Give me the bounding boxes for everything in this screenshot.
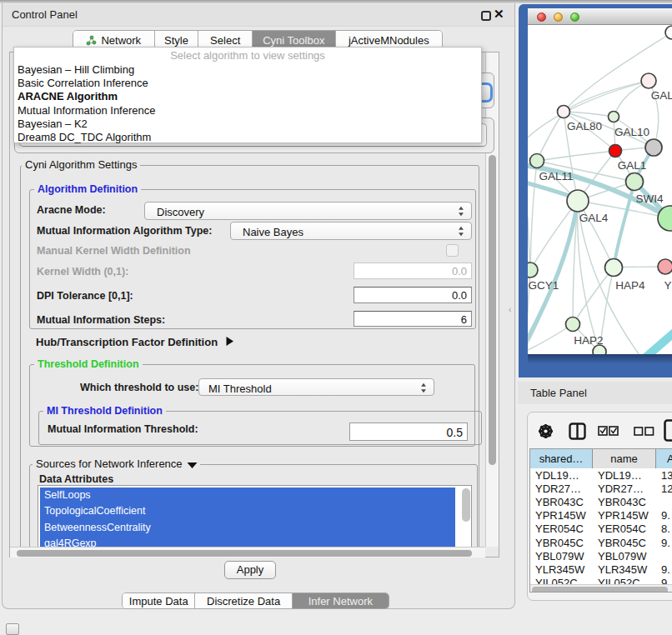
table-cell[interactable]: YLR345W [598,563,656,577]
document-icon[interactable] [664,419,672,442]
scrollbar-thumb[interactable] [489,155,496,465]
manual-kernel-width-checkbox[interactable] [446,244,459,257]
dropdown-prompt: Select algorithm to view settings [14,49,481,62]
table-cell[interactable]: YDL19… [598,469,656,482]
table-cell[interactable]: 9. [661,537,672,550]
table-cell[interactable]: YBR043C [535,496,593,509]
network-node-HAP4[interactable] [605,259,623,277]
mi-steps-field[interactable]: 6 [354,311,472,327]
gear-icon[interactable] [538,423,554,439]
which-threshold-select[interactable]: MI Threshold [198,378,434,396]
table-row[interactable]: YER054CYER054C8. [530,522,672,536]
network-canvas[interactable]: GAL2GAL80GAL10GAL1GAL11SWI4GAL4GCY1HAP4Y… [528,25,672,354]
table-cell[interactable]: YBR043C [598,496,656,509]
table-row[interactable]: YBR045CYBR045C9. [530,537,672,550]
table-cell[interactable]: YER054C [535,522,593,536]
column-header-shared-name[interactable]: shared… [530,449,593,468]
list-item-selected[interactable]: gal4RGexp [40,536,455,547]
network-node-SWI4[interactable] [626,173,644,191]
table-cell[interactable]: 8. [661,522,672,536]
table-cell[interactable]: YER054C [598,522,656,536]
table-cell[interactable]: YBR045C [598,537,656,550]
algorithm-definition-title: Algorithm Definition [34,183,141,195]
network-node-GAL80[interactable] [558,106,570,118]
table-row[interactable]: YDL19…YDL19…13 [530,469,672,482]
dropdown-item[interactable]: Bayesian – Hill Climbing [18,63,134,76]
dpi-tolerance-field[interactable]: 0.0 [354,287,472,303]
list-item-selected[interactable]: BetweennessCentrality [40,520,455,536]
network-edge [537,112,564,161]
panel-horizontal-scrollbar[interactable] [10,547,485,558]
apply-button[interactable]: Apply [224,561,276,579]
close-window-icon[interactable] [537,12,546,22]
column-header-name[interactable]: name [593,449,656,468]
network-node-n-top[interactable] [665,26,672,39]
dropdown-item[interactable]: Dream8 DC_TDC Algorithm [18,131,151,143]
table-cell[interactable]: YDL19… [535,469,593,482]
expanded-arrow-icon[interactable] [184,462,200,469]
table-cell[interactable]: YLR345W [535,563,593,577]
minimize-window-icon[interactable] [554,12,563,22]
dropdown-item[interactable]: Bayesian – K2 [18,118,88,130]
data-attributes-list[interactable]: SelfLoops TopologicalCoefficient Between… [38,485,472,547]
dropdown-item[interactable]: Mutual Information Inference [18,104,155,117]
tab-network-label: Network [101,34,141,47]
mi-algorithm-type-select[interactable]: Naive Bayes [230,222,472,240]
float-window-icon[interactable] [481,11,491,21]
network-node-GAL10[interactable] [609,112,619,122]
network-node-HAP2[interactable] [566,318,580,332]
table-cell[interactable]: YPR145W [535,509,593,522]
table-panel-title: Table Panel [530,387,587,399]
table-cell[interactable]: YBL079W [535,550,593,563]
split-divider-collapse-icon[interactable]: ‹ [509,305,511,314]
table-cell[interactable]: YDR27… [535,482,593,496]
network-node-Y[interactable] [658,259,672,274]
tab-infer-network[interactable]: Infer Network [292,593,389,608]
network-node-label: GAL11 [539,170,573,182]
list-item-selected[interactable]: SelfLoops [40,488,455,503]
table-cell[interactable]: 12 [661,482,672,496]
list-scrollbar-thumb[interactable] [462,488,470,522]
kernel-width-field[interactable]: 0.0 [354,262,472,279]
network-node-GAL11[interactable] [530,154,544,168]
scrollbar-thumb[interactable] [532,587,668,593]
unchecked-columns-icon[interactable] [634,427,654,436]
network-node-GAL1[interactable] [609,145,622,158]
combo-arrows-icon [420,382,427,394]
table-cell[interactable]: 13 [661,469,672,482]
table-row[interactable]: YPR145WYPR145W9. [530,509,672,522]
table-cell[interactable]: YBR045C [535,537,593,550]
table-horizontal-scrollbar[interactable] [530,584,672,592]
table-cell[interactable]: 9. [661,509,672,522]
table-row[interactable]: YDR27…YDR27…12 [530,482,672,496]
table-row[interactable]: YLR345WYLR345W9. [530,563,672,577]
list-item-selected[interactable]: TopologicalCoefficient [40,503,455,519]
table-cell[interactable]: YDR27… [598,482,656,496]
tab-discretize-data[interactable]: Discretize Data [194,593,291,608]
close-panel-icon[interactable]: ✕ [494,7,504,22]
aracne-mode-select[interactable]: Discovery [144,202,472,220]
network-node-GAL4[interactable] [567,190,589,212]
table-row[interactable]: YBL079WYBL079W [530,550,672,563]
network-window-titlebar[interactable] [528,8,672,25]
dropdown-item-selected[interactable]: ARACNE Algorithm [18,90,118,102]
control-panel-titlebar[interactable] [3,4,514,27]
network-node-GAL2[interactable] [641,73,656,88]
mi-threshold-field[interactable]: 0.5 [349,422,468,441]
scrollbar-thumb[interactable] [17,550,472,557]
column-header-partial[interactable]: A [656,449,672,468]
tab-impute-data[interactable]: Impute Data [123,593,194,608]
table-cell[interactable]: YBL079W [598,550,656,563]
split-panel-icon[interactable] [569,422,586,440]
table-row[interactable]: YBR043CYBR043C [530,496,672,509]
dropdown-item[interactable]: Basic Correlation Inference [18,77,148,89]
bottom-left-button[interactable] [6,623,19,635]
network-node-GCY1[interactable] [528,262,538,278]
checked-columns-icon[interactable] [598,426,619,436]
collapsed-arrow-icon[interactable] [225,336,234,347]
hub-definition-toggle[interactable]: Hub/Transcription Factor Definition [36,337,218,348]
table-cell[interactable]: 9. [661,563,672,577]
network-node-n-gray[interactable] [645,139,662,156]
zoom-window-icon[interactable] [570,12,579,22]
table-cell[interactable]: YPR145W [598,509,656,522]
